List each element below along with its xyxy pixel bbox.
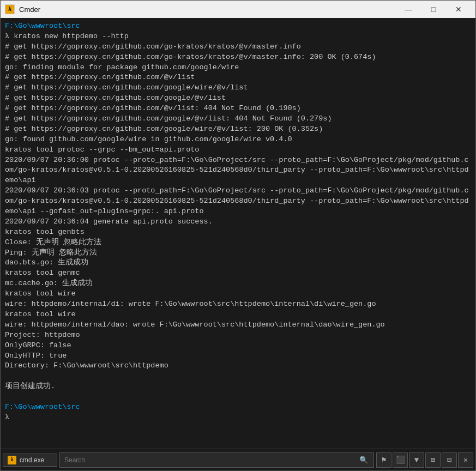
taskbar-btn-2[interactable]: ⬛ (393, 452, 408, 468)
search-icon[interactable]: 🔍 (358, 455, 369, 466)
terminal-line: dao.bts.go: 生成成功 (5, 258, 471, 268)
terminal-line: 项目创建成功. (5, 382, 471, 392)
close-button[interactable]: ✕ (446, 1, 471, 18)
terminal-line: 2020/09/07 20:36:04 generate api.proto s… (5, 217, 471, 227)
search-bar[interactable]: 🔍 (59, 452, 374, 468)
terminal-line: 2020/09/07 20:36:03 protoc --proto_path=… (5, 186, 471, 217)
terminal-line: wire: httpdemo/internal/dao: wrote F:\Go… (5, 320, 471, 330)
terminal-line: Ping: 无声明 忽略此方法 (5, 248, 471, 258)
terminal-line: # get https://goproxy.cn/github.com/goog… (5, 114, 471, 124)
terminal-line: # get https://goproxy.cn/github.com/goog… (5, 93, 471, 104)
terminal-line: 2020/09/07 20:36:00 protoc --proto_path=… (5, 155, 471, 186)
taskbar-btn-3[interactable]: ▼ (409, 452, 424, 468)
taskbar-app-icon: λ (8, 456, 16, 464)
terminal-line: go: finding module for package github.co… (5, 63, 471, 73)
terminal-line: # get https://goproxy.cn/github.com/goog… (5, 124, 471, 135)
terminal-line: kratos tool genbts (5, 227, 471, 238)
window-controls: — □ ✕ (396, 1, 471, 18)
taskbar-btn-5[interactable]: ⊟ (442, 452, 457, 468)
terminal-line (5, 371, 471, 382)
terminal-line: λ kratos new httpdemo --http (5, 32, 471, 42)
taskbar-btn-4[interactable]: ⊞ (425, 452, 441, 468)
terminal-line: # get https://goproxy.cn/github.com/@v/l… (5, 104, 471, 114)
maximize-button[interactable]: □ (421, 1, 446, 18)
title-bar: λ Cmder — □ ✕ (1, 1, 475, 18)
terminal-line: kratos tool wire (5, 310, 471, 320)
terminal-line: # get https://goproxy.cn/github.com/go-k… (5, 52, 471, 63)
terminal-line: Close: 无声明 忽略此方法 (5, 238, 471, 248)
terminal-line: kratos tool wire (5, 289, 471, 299)
taskbar-app-label: cmd.exe (20, 456, 44, 464)
terminal-line: mc.cache.go: 生成成功 (5, 279, 471, 289)
terminal-line: # get https://goproxy.cn/github.com/goog… (5, 83, 471, 93)
terminal-line: F:\Go\wwwroot\src (5, 402, 471, 413)
terminal-line: Directory: F:\Go\wwwroot\src\httpdemo (5, 361, 471, 371)
terminal-line: go: found github.com/google/wire in gith… (5, 135, 471, 145)
taskbar: λ cmd.exe 🔍 ⚑ ⬛ ▼ ⊞ ⊟ ✕ (1, 449, 475, 470)
terminal-line: # get https://goproxy.cn/github.com/@v/l… (5, 73, 471, 83)
window-title: Cmder (19, 5, 40, 14)
terminal-line: kratos tool protoc --grpc --bm_out=api.p… (5, 145, 471, 155)
terminal-line: Project: httpdemo (5, 330, 471, 341)
terminal-line: OnlyHTTP: true (5, 351, 471, 361)
app-icon: λ (5, 4, 15, 14)
taskbar-btn-6[interactable]: ✕ (458, 452, 473, 468)
terminal-line: # get https://goproxy.cn/github.com/go-k… (5, 42, 471, 52)
search-input[interactable] (64, 456, 358, 464)
taskbar-btn-1[interactable]: ⚑ (376, 452, 391, 468)
terminal-output: F:\Go\wwwroot\srcλ kratos new httpdemo -… (1, 18, 475, 449)
taskbar-app-cmd[interactable]: λ cmd.exe (3, 454, 57, 467)
terminal-line: λ (5, 413, 471, 423)
taskbar-right-controls: ⚑ ⬛ ▼ ⊞ ⊟ ✕ (376, 452, 473, 468)
main-window: λ Cmder — □ ✕ F:\Go\wwwroot\srcλ kratos … (0, 0, 476, 471)
title-bar-left: λ Cmder (5, 4, 40, 14)
terminal-line (5, 392, 471, 402)
terminal-line: OnlyGRPC: false (5, 341, 471, 351)
terminal-line: F:\Go\wwwroot\src (5, 21, 471, 32)
minimize-button[interactable]: — (396, 1, 421, 18)
terminal-line: kratos tool genmc (5, 268, 471, 279)
terminal-line: wire: httpdemo/internal/di: wrote F:\Go\… (5, 299, 471, 310)
